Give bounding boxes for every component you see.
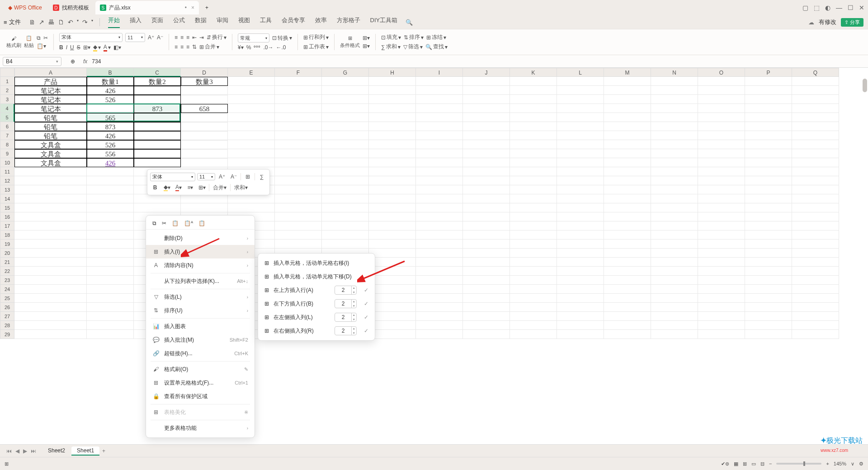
col-header-C[interactable]: C <box>134 68 181 77</box>
data-cell[interactable]: 526 <box>87 95 134 104</box>
freeze-button[interactable]: ⊞ 冻结▾ <box>426 33 446 41</box>
menu-视图[interactable]: 视图 <box>238 16 250 28</box>
fill-color-button[interactable]: ◆▾ <box>93 44 101 52</box>
sheet-tab[interactable]: Sheet1 <box>71 446 99 456</box>
zoom-formula-icon[interactable]: ⊕ <box>71 58 75 65</box>
comma-button[interactable]: ᵒᵒᵒ <box>254 44 260 51</box>
mini-align-button[interactable]: ≡▾ <box>185 183 195 192</box>
view-grid-icon[interactable]: ▦ <box>734 461 738 467</box>
filter-button[interactable]: ▽ 筛选▾ <box>403 43 423 51</box>
row-header-4[interactable]: 4 <box>0 104 14 113</box>
cell-style-button[interactable]: ⊞▾ <box>363 35 370 41</box>
app-tab[interactable]: ◆ WPS Office <box>4 1 47 14</box>
data-cell[interactable]: 文具盒 <box>14 158 87 167</box>
percent-button[interactable]: % <box>246 44 251 51</box>
restore-icon[interactable]: ▢ <box>802 4 808 11</box>
dec-decimal-button[interactable]: ←.0 <box>276 44 286 51</box>
mini-font-select[interactable]: 宋体▾ <box>150 173 195 181</box>
header-cell[interactable]: 产品 <box>14 77 87 86</box>
worksheet-button[interactable]: ⊞ 工作表▾ <box>303 43 329 51</box>
row-header-10[interactable]: 10 <box>0 158 14 167</box>
data-cell[interactable] <box>134 95 181 104</box>
menu-公式[interactable]: 公式 <box>173 16 185 28</box>
stepper-up-icon[interactable]: ▴ <box>352 326 356 331</box>
avatar-icon[interactable]: ◐ <box>825 4 830 11</box>
clear-format-button[interactable]: ◧▾ <box>113 44 121 51</box>
redo-dd-icon[interactable]: ▾ <box>91 19 93 26</box>
row-header-13[interactable]: 13 <box>0 185 14 194</box>
zoom-out-icon[interactable]: − <box>769 461 772 466</box>
mini-merge-button[interactable]: 合并▾ <box>211 183 228 192</box>
row-header-5[interactable]: 5 <box>0 113 14 122</box>
stepper-down-icon[interactable]: ▾ <box>352 317 356 322</box>
row-header-2[interactable]: 2 <box>0 86 14 95</box>
stepper-down-icon[interactable]: ▾ <box>352 290 356 295</box>
format-painter-button[interactable]: 🖌格式刷 <box>6 36 21 49</box>
stepper-down-icon[interactable]: ▾ <box>352 304 356 308</box>
data-cell[interactable] <box>181 95 228 104</box>
undo-icon[interactable]: ↶ <box>68 19 73 26</box>
align-center-icon[interactable]: ≡ <box>180 44 184 50</box>
col-header-F[interactable]: F <box>275 68 322 77</box>
col-header-D[interactable]: D <box>181 68 228 77</box>
rows-cols-button[interactable]: ⊞ 行和列▾ <box>303 33 329 41</box>
print-icon[interactable]: 🖶 <box>48 19 54 26</box>
mini-fill-button[interactable]: ◆▾ <box>162 183 172 192</box>
col-header-N[interactable]: N <box>651 68 698 77</box>
data-cell[interactable]: 铅笔 <box>14 113 87 122</box>
col-header-O[interactable]: O <box>698 68 745 77</box>
align-bottom-icon[interactable]: ≡ <box>186 34 189 41</box>
bold-button[interactable]: B <box>59 44 63 51</box>
align-middle-icon[interactable]: ≡ <box>180 34 184 41</box>
mini-bold-button[interactable]: B <box>150 183 160 192</box>
submenu-item[interactable]: ⊞在左侧插入列(L)2▴▾✓ <box>258 310 375 324</box>
row-header-27[interactable]: 27 <box>0 312 14 321</box>
col-header-E[interactable]: E <box>228 68 275 77</box>
row-header-20[interactable]: 20 <box>0 249 14 258</box>
confirm-icon[interactable]: ✓ <box>364 287 368 293</box>
data-cell[interactable]: 文具盒 <box>14 149 87 158</box>
submenu-item[interactable]: ⊞在下方插入行(B)2▴▾✓ <box>258 297 375 310</box>
menu-方形格子[interactable]: 方形格子 <box>337 16 360 28</box>
row-header-16[interactable]: 16 <box>0 212 14 221</box>
zoom-dd-icon[interactable]: ∨ <box>851 461 854 467</box>
undo-dd-icon[interactable]: ▾ <box>77 19 79 26</box>
close-window-icon[interactable]: ✕ <box>859 4 864 11</box>
menu-效率[interactable]: 效率 <box>315 16 327 28</box>
col-header-J[interactable]: J <box>463 68 510 77</box>
preview-icon[interactable]: 🗋 <box>58 19 64 26</box>
mini-border-button[interactable]: ⊞▾ <box>197 183 207 192</box>
wrap-button[interactable]: ⇵ 换行▾ <box>207 33 226 41</box>
menu-数据[interactable]: 数据 <box>195 16 207 28</box>
indent-dec-icon[interactable]: ⇤ <box>192 34 197 41</box>
ctx-copy-icon[interactable]: ⧉ <box>152 220 156 226</box>
table-style-button[interactable]: ⊞▾ <box>363 43 370 49</box>
maximize-icon[interactable]: ☐ <box>848 4 854 11</box>
mini-sum-button[interactable]: 求和▾ <box>232 183 250 192</box>
ctx-item[interactable]: 🔗超链接(H)...Ctrl+K <box>146 347 255 360</box>
submenu-item[interactable]: ⊞在右侧插入列(R)2▴▾✓ <box>258 324 375 338</box>
menu-search-icon[interactable]: 🔍 <box>406 19 413 26</box>
data-cell[interactable] <box>134 122 181 131</box>
sheet-nav-last-icon[interactable]: ⏭ <box>29 448 38 454</box>
increase-font-icon[interactable]: A⁺ <box>148 34 154 41</box>
col-header-Q[interactable]: Q <box>792 68 839 77</box>
row-header-28[interactable]: 28 <box>0 321 14 330</box>
data-cell[interactable]: 658 <box>181 104 228 113</box>
row-header-17[interactable]: 17 <box>0 221 14 230</box>
ctx-item[interactable]: A清除内容(N)› <box>146 258 255 272</box>
data-cell[interactable]: 铅笔 <box>14 122 87 131</box>
sheet-nav-next-icon[interactable]: ▶ <box>21 448 29 454</box>
col-header-L[interactable]: L <box>557 68 604 77</box>
share-button[interactable]: ⇪ 分享 <box>841 18 863 27</box>
row-header-7[interactable]: 7 <box>0 131 14 140</box>
row-header-23[interactable]: 23 <box>0 276 14 285</box>
redo-icon[interactable]: ↷ <box>82 19 88 26</box>
italic-button[interactable]: I <box>66 44 67 51</box>
confirm-icon[interactable]: ✓ <box>364 314 368 320</box>
row-header-8[interactable]: 8 <box>0 140 14 149</box>
ctx-item[interactable]: ⊞设置单元格格式(F)...Ctrl+1 <box>146 376 255 390</box>
new-tab-button[interactable]: + <box>201 1 213 14</box>
ctx-item[interactable]: 从下拉列表中选择(K)...Alt+↓ <box>146 274 255 288</box>
decrease-font-icon[interactable]: A⁻ <box>157 34 163 41</box>
